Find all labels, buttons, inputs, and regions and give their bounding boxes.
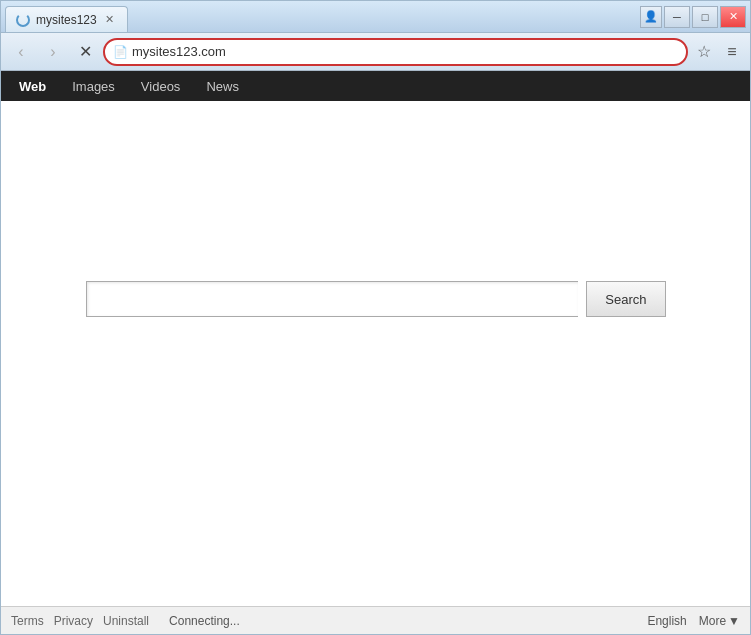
page-icon: 📄 — [113, 45, 128, 59]
stop-icon: ✕ — [79, 42, 92, 61]
nav-tab-videos[interactable]: Videos — [129, 75, 193, 98]
footer-links: Terms Privacy Uninstall — [11, 614, 149, 628]
forward-button[interactable]: › — [39, 38, 67, 66]
nav-tabs-bar: Web Images Videos News — [1, 71, 750, 101]
user-icon: 👤 — [644, 10, 658, 23]
address-input[interactable] — [132, 44, 678, 59]
forward-icon: › — [50, 43, 55, 61]
tab-strip: mysites123 ✕ — [5, 1, 640, 32]
tab-favicon — [16, 13, 30, 27]
terms-label: Terms — [11, 614, 44, 628]
status-bar: Terms Privacy Uninstall Connecting... En… — [1, 606, 750, 634]
window-frame: mysites123 ✕ 👤 ─ □ ✕ ‹ › ✕ — [0, 0, 751, 635]
maximize-icon: □ — [702, 11, 709, 23]
main-content: Search — [1, 101, 750, 606]
minimize-icon: ─ — [673, 11, 681, 23]
star-icon: ☆ — [697, 42, 711, 61]
nav-tab-web-label: Web — [19, 79, 46, 94]
stop-reload-button[interactable]: ✕ — [71, 38, 99, 66]
status-right: English More ▼ — [647, 614, 740, 628]
more-chevron-icon: ▼ — [728, 614, 740, 628]
chrome-menu-button[interactable]: ≡ — [720, 40, 744, 64]
tab-close-button[interactable]: ✕ — [103, 13, 117, 27]
maximize-button[interactable]: □ — [692, 6, 718, 28]
language-label: English — [647, 614, 686, 628]
bookmark-button[interactable]: ☆ — [692, 40, 716, 64]
nav-tab-videos-label: Videos — [141, 79, 181, 94]
terms-link[interactable]: Terms — [11, 614, 44, 628]
search-input[interactable] — [86, 281, 579, 317]
nav-tab-news[interactable]: News — [194, 75, 251, 98]
privacy-label: Privacy — [54, 614, 93, 628]
status-text: Connecting... — [169, 614, 240, 628]
address-bar[interactable]: 📄 — [103, 38, 688, 66]
toolbar: ‹ › ✕ 📄 ☆ ≡ — [1, 33, 750, 71]
back-icon: ‹ — [18, 43, 23, 61]
title-bar: mysites123 ✕ 👤 ─ □ ✕ — [1, 1, 750, 33]
user-button[interactable]: 👤 — [640, 6, 662, 28]
language-selector[interactable]: English — [647, 614, 686, 628]
tab-label: mysites123 — [36, 13, 97, 27]
close-icon: ✕ — [729, 10, 738, 23]
nav-tab-images[interactable]: Images — [60, 75, 127, 98]
back-button[interactable]: ‹ — [7, 38, 35, 66]
browser-tab[interactable]: mysites123 ✕ — [5, 6, 128, 32]
uninstall-link[interactable]: Uninstall — [103, 614, 149, 628]
nav-tab-web[interactable]: Web — [7, 75, 58, 98]
more-button[interactable]: More ▼ — [699, 614, 740, 628]
minimize-button[interactable]: ─ — [664, 6, 690, 28]
nav-tab-images-label: Images — [72, 79, 115, 94]
window-controls: 👤 ─ □ ✕ — [640, 6, 746, 28]
privacy-link[interactable]: Privacy — [54, 614, 93, 628]
nav-tab-news-label: News — [206, 79, 239, 94]
uninstall-label: Uninstall — [103, 614, 149, 628]
more-label: More — [699, 614, 726, 628]
close-button[interactable]: ✕ — [720, 6, 746, 28]
search-button[interactable]: Search — [586, 281, 665, 317]
search-button-label: Search — [605, 292, 646, 307]
toolbar-right: ☆ ≡ — [692, 40, 744, 64]
search-container: Search — [86, 281, 666, 317]
menu-icon: ≡ — [727, 43, 736, 61]
